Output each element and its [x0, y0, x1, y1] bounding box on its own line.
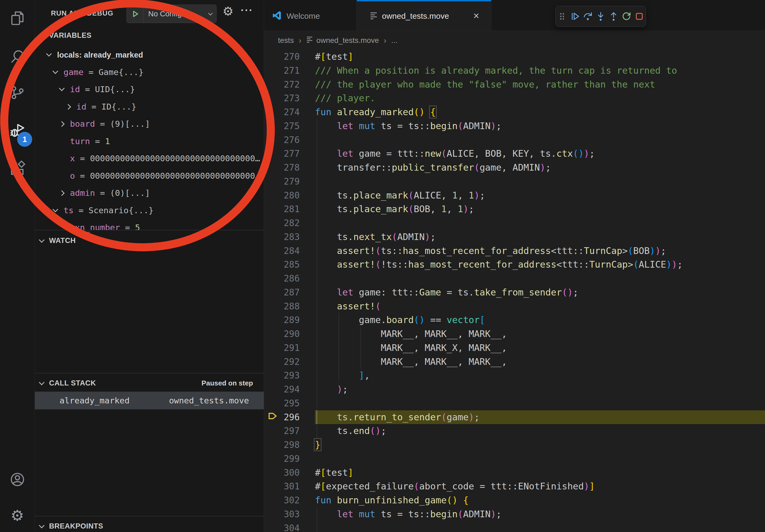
- call-stack-section-header[interactable]: CALL STACK Paused on step: [35, 375, 264, 392]
- code-line-278[interactable]: 278 transfer::public_transfer(game, ADMI…: [264, 161, 765, 175]
- breakpoints-section-header[interactable]: BREAKPOINTS: [35, 518, 264, 532]
- code-line-273[interactable]: 273/// player.: [264, 91, 765, 105]
- variable-row-game[interactable]: game = Game{...}: [35, 64, 264, 81]
- line-number[interactable]: 294: [264, 383, 300, 397]
- code-line-294[interactable]: 294 );: [264, 383, 765, 397]
- code-line-303[interactable]: 303 let mut ts = ts::begin(ADMIN);: [264, 507, 765, 521]
- variable-row-x[interactable]: x = 000000000000000000000000000000000000…: [35, 150, 264, 167]
- code-line-289[interactable]: 289 game.board() == vector[: [264, 313, 765, 327]
- chevron-right-icon[interactable]: [65, 104, 71, 110]
- chevron-right-icon[interactable]: [59, 190, 65, 196]
- code-line-298[interactable]: 298}: [264, 438, 765, 452]
- code-line-277[interactable]: 277 let game = ttt::new(ALICE, BOB, KEY,…: [264, 147, 765, 161]
- explorer-icon[interactable]: [9, 10, 26, 27]
- variable-row-board[interactable]: board = (9)[...]: [35, 115, 264, 133]
- line-number[interactable]: 304: [264, 521, 300, 532]
- code-line-284[interactable]: 284 assert!(ts::has_most_recent_for_addr…: [264, 244, 765, 258]
- tab-welcome[interactable]: Welcome: [264, 0, 357, 31]
- line-number[interactable]: 300: [264, 466, 300, 480]
- code-line-275[interactable]: 275 let mut ts = ts::begin(ADMIN);: [264, 119, 765, 133]
- code-line-283[interactable]: 283 ts.next_tx(ADMIN);: [264, 230, 765, 244]
- code-line-293[interactable]: 293 ],: [264, 369, 765, 383]
- variable-row-ts[interactable]: ts = Scenario{...}: [35, 202, 264, 219]
- line-number[interactable]: 295: [264, 397, 300, 410]
- code-line-274[interactable]: 274fun already_marked() {: [264, 105, 765, 119]
- line-number[interactable]: 298: [264, 438, 300, 452]
- code-line-299[interactable]: 299: [264, 452, 765, 466]
- code-line-288[interactable]: 288 assert!(: [264, 300, 765, 313]
- section-divider[interactable]: [35, 230, 264, 230]
- code-line-272[interactable]: 272/// the player who made the "false" m…: [264, 78, 765, 92]
- line-number[interactable]: 302: [264, 493, 300, 507]
- step-over-button[interactable]: [582, 11, 593, 22]
- line-number[interactable]: 278: [264, 161, 300, 175]
- code-line-281[interactable]: 281 ts.place_mark(BOB, 1, 1);: [264, 202, 765, 216]
- code-line-282[interactable]: 282: [264, 216, 765, 230]
- line-number[interactable]: 293: [264, 369, 300, 383]
- more-actions-icon[interactable]: ···: [241, 1, 253, 20]
- breadcrumb-item[interactable]: owned_tests.move: [316, 36, 379, 45]
- call-stack-frame[interactable]: already_markedowned_tests.move: [35, 392, 264, 409]
- line-number[interactable]: 281: [264, 202, 300, 216]
- step-into-button[interactable]: [595, 11, 606, 22]
- line-number[interactable]: 276: [264, 133, 300, 147]
- code-line-285[interactable]: 285 assert!(!ts::has_most_recent_for_add…: [264, 258, 765, 272]
- editor-code[interactable]: 270#[test]271/// When a position is alre…: [264, 50, 765, 532]
- restart-button[interactable]: [621, 11, 632, 22]
- line-number[interactable]: 275: [264, 119, 300, 133]
- chevron-down-icon[interactable]: [46, 51, 52, 57]
- code-line-279[interactable]: 279: [264, 175, 765, 188]
- line-number[interactable]: 280: [264, 188, 300, 202]
- account-icon[interactable]: [9, 471, 26, 488]
- code-line-302[interactable]: 302fun burn_unfinished_game() {: [264, 493, 765, 507]
- code-line-292[interactable]: 292 MARK__, MARK__, MARK__,: [264, 355, 765, 369]
- line-number[interactable]: 274: [264, 105, 300, 119]
- line-number[interactable]: 273: [264, 91, 300, 105]
- line-number[interactable]: 287: [264, 286, 300, 300]
- code-line-276[interactable]: 276: [264, 133, 765, 147]
- code-line-296[interactable]: 296 ts.return_to_sender(game);: [264, 410, 765, 424]
- breadcrumb-item[interactable]: ...: [391, 36, 397, 45]
- variable-row-o[interactable]: o = 000000000000000000000000000000000000…: [35, 167, 264, 184]
- extensions-icon[interactable]: [9, 160, 26, 177]
- line-number[interactable]: 272: [264, 78, 300, 92]
- source-control-icon[interactable]: [9, 84, 26, 101]
- code-line-304[interactable]: 304: [264, 521, 765, 532]
- continue-button[interactable]: [569, 11, 581, 22]
- section-divider[interactable]: [35, 373, 264, 374]
- code-line-270[interactable]: 270#[test]: [264, 50, 765, 64]
- step-out-button[interactable]: [608, 11, 619, 22]
- line-number[interactable]: 282: [264, 216, 300, 230]
- code-line-295[interactable]: 295: [264, 397, 765, 410]
- line-number[interactable]: 297: [264, 424, 300, 438]
- settings-gear-icon[interactable]: ⚙: [9, 507, 26, 524]
- variable-row-id[interactable]: id = ID{...}: [35, 98, 264, 116]
- tab-owned_tests-move[interactable]: owned_tests.move×: [357, 0, 491, 31]
- line-number[interactable]: 270: [264, 50, 300, 64]
- line-number[interactable]: 283: [264, 230, 300, 244]
- debug-settings-gear-icon[interactable]: ⚙: [223, 2, 234, 21]
- line-number[interactable]: 271: [264, 64, 300, 78]
- line-number[interactable]: 277: [264, 147, 300, 161]
- start-debugging-button[interactable]: [127, 5, 143, 23]
- chevron-down-icon[interactable]: [53, 68, 58, 74]
- search-icon[interactable]: [9, 48, 26, 65]
- chevron-right-icon[interactable]: [59, 121, 65, 127]
- variables-section-header[interactable]: VARIABLES: [35, 27, 264, 44]
- variable-scope-row[interactable]: locals: already_marked: [35, 46, 264, 64]
- line-number[interactable]: 292: [264, 355, 300, 369]
- code-line-297[interactable]: 297 ts.end();: [264, 424, 765, 438]
- code-line-280[interactable]: 280 ts.place_mark(ALICE, 1, 1);: [264, 188, 765, 202]
- breadcrumb-item[interactable]: tests: [278, 36, 294, 45]
- variable-row-turn[interactable]: turn = 1: [35, 133, 264, 150]
- line-number[interactable]: 290: [264, 327, 300, 341]
- line-number[interactable]: 301: [264, 479, 300, 493]
- line-number[interactable]: 303: [264, 507, 300, 521]
- line-number[interactable]: 288: [264, 300, 300, 313]
- watch-section-header[interactable]: WATCH: [35, 232, 264, 249]
- code-line-301[interactable]: 301#[expected_failure(abort_code = ttt::…: [264, 479, 765, 493]
- debug-current-line-icon[interactable]: [268, 411, 278, 423]
- code-line-291[interactable]: 291 MARK__, MARK_X, MARK__,: [264, 341, 765, 355]
- code-line-290[interactable]: 290 MARK__, MARK__, MARK__,: [264, 327, 765, 341]
- debug-config-dropdown[interactable]: No Configur:: [127, 5, 217, 23]
